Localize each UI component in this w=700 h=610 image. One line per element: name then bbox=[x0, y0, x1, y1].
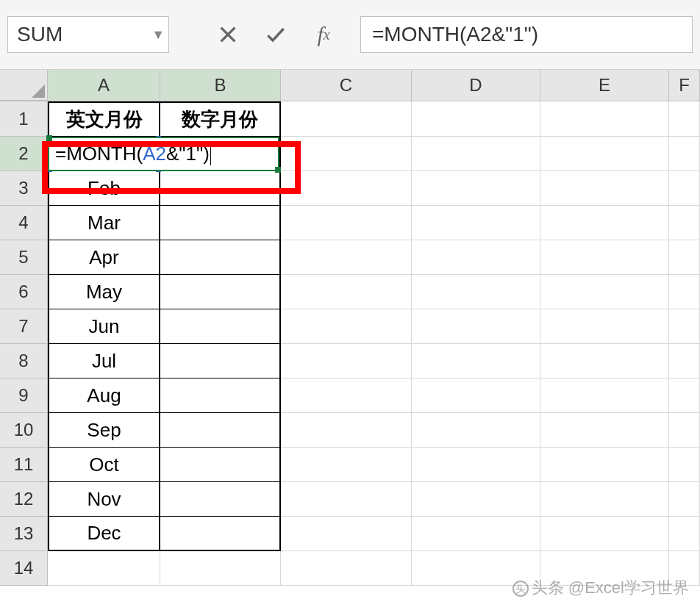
cell-a14[interactable] bbox=[48, 551, 160, 586]
cell-c7[interactable] bbox=[281, 309, 412, 344]
cell-c1[interactable] bbox=[281, 101, 412, 137]
cell-b4[interactable] bbox=[160, 206, 281, 240]
cell-b10[interactable] bbox=[160, 413, 281, 448]
cell-e7[interactable] bbox=[540, 309, 669, 344]
cell-d12[interactable] bbox=[412, 482, 540, 517]
cell-f13[interactable] bbox=[669, 517, 700, 551]
cell-d10[interactable] bbox=[412, 413, 540, 448]
name-box-dropdown-icon[interactable]: ▼ bbox=[151, 27, 165, 43]
cell-b8[interactable] bbox=[160, 344, 281, 378]
cell-f6[interactable] bbox=[669, 275, 700, 309]
cell-c8[interactable] bbox=[281, 344, 412, 378]
cell-d6[interactable] bbox=[412, 275, 540, 309]
enter-icon[interactable] bbox=[261, 20, 290, 49]
cell-b14[interactable] bbox=[160, 551, 281, 586]
cell-f8[interactable] bbox=[669, 344, 700, 378]
cell-b6[interactable] bbox=[160, 275, 281, 309]
cell-c11[interactable] bbox=[281, 448, 412, 482]
cell-a10[interactable]: Sep bbox=[48, 413, 160, 448]
cell-f4[interactable] bbox=[669, 206, 700, 240]
row-header-7[interactable]: 7 bbox=[0, 309, 48, 344]
cell-e2[interactable] bbox=[540, 137, 669, 171]
cell-f9[interactable] bbox=[669, 378, 700, 413]
cell-d7[interactable] bbox=[412, 309, 540, 344]
cell-f10[interactable] bbox=[669, 413, 700, 448]
cell-e11[interactable] bbox=[540, 448, 669, 482]
cell-d1[interactable] bbox=[412, 101, 540, 137]
cell-c10[interactable] bbox=[281, 413, 412, 448]
cell-c4[interactable] bbox=[281, 206, 412, 240]
cell-f5[interactable] bbox=[669, 240, 700, 275]
row-header-10[interactable]: 10 bbox=[0, 413, 48, 448]
column-header-e[interactable]: E bbox=[540, 70, 669, 101]
cell-b9[interactable] bbox=[160, 378, 281, 413]
cell-c2[interactable] bbox=[281, 137, 412, 171]
cell-a9[interactable]: Aug bbox=[48, 378, 160, 413]
cancel-icon[interactable] bbox=[213, 20, 243, 49]
row-header-9[interactable]: 9 bbox=[0, 378, 48, 413]
cell-d5[interactable] bbox=[412, 240, 540, 275]
cell-c14[interactable] bbox=[281, 551, 412, 586]
cell-d2[interactable] bbox=[412, 137, 540, 171]
column-header-f[interactable]: F bbox=[669, 70, 700, 101]
cell-f11[interactable] bbox=[669, 448, 700, 482]
cell-c12[interactable] bbox=[281, 482, 412, 517]
column-header-a[interactable]: A bbox=[48, 70, 160, 101]
cell-e1[interactable] bbox=[540, 101, 669, 137]
cell-b11[interactable] bbox=[160, 448, 281, 482]
cell-d13[interactable] bbox=[412, 517, 540, 551]
cell-c6[interactable] bbox=[281, 275, 412, 309]
column-header-c[interactable]: C bbox=[281, 70, 412, 101]
cell-b13[interactable] bbox=[160, 517, 281, 551]
cell-b7[interactable] bbox=[160, 309, 281, 344]
row-header-5[interactable]: 5 bbox=[0, 240, 48, 275]
cell-e4[interactable] bbox=[540, 206, 669, 240]
select-all-corner[interactable] bbox=[0, 70, 48, 101]
cell-f2[interactable] bbox=[669, 137, 700, 171]
row-header-3[interactable]: 3 bbox=[0, 171, 48, 206]
cell-d4[interactable] bbox=[412, 206, 540, 240]
column-header-b[interactable]: B bbox=[160, 70, 281, 101]
row-header-4[interactable]: 4 bbox=[0, 206, 48, 240]
cell-d8[interactable] bbox=[412, 344, 540, 378]
row-header-13[interactable]: 13 bbox=[0, 517, 48, 551]
cell-a13[interactable]: Dec bbox=[48, 517, 160, 551]
cell-a7[interactable]: Jun bbox=[48, 309, 160, 344]
cell-c3[interactable] bbox=[281, 171, 412, 206]
cell-d9[interactable] bbox=[412, 378, 540, 413]
cell-a1[interactable]: 英文月份 bbox=[48, 101, 160, 137]
cell-a4[interactable]: Mar bbox=[48, 206, 160, 240]
row-header-14[interactable]: 14 bbox=[0, 551, 48, 586]
row-header-1[interactable]: 1 bbox=[0, 101, 48, 137]
cell-e6[interactable] bbox=[540, 275, 669, 309]
row-header-12[interactable]: 12 bbox=[0, 482, 48, 517]
cell-e8[interactable] bbox=[540, 344, 669, 378]
cell-d11[interactable] bbox=[412, 448, 540, 482]
cell-b1[interactable]: 数字月份 bbox=[160, 101, 281, 137]
cell-a11[interactable]: Oct bbox=[48, 448, 160, 482]
name-box[interactable]: SUM ▼ bbox=[7, 16, 169, 53]
cell-e5[interactable] bbox=[540, 240, 669, 275]
fx-icon[interactable]: fx bbox=[309, 20, 338, 49]
cell-b12[interactable] bbox=[160, 482, 281, 517]
cell-c13[interactable] bbox=[281, 517, 412, 551]
cell-a5[interactable]: Apr bbox=[48, 240, 160, 275]
cell-a6[interactable]: May bbox=[48, 275, 160, 309]
row-header-8[interactable]: 8 bbox=[0, 344, 48, 378]
row-header-2[interactable]: 2 bbox=[0, 137, 48, 171]
cell-f7[interactable] bbox=[669, 309, 700, 344]
cell-d3[interactable] bbox=[412, 171, 540, 206]
cell-e12[interactable] bbox=[540, 482, 669, 517]
cell-c9[interactable] bbox=[281, 378, 412, 413]
cell-a8[interactable]: Jul bbox=[48, 344, 160, 378]
cell-e3[interactable] bbox=[540, 171, 669, 206]
cell-a3[interactable]: Feb bbox=[48, 171, 160, 206]
cell-e10[interactable] bbox=[540, 413, 669, 448]
cell-e13[interactable] bbox=[540, 517, 669, 551]
cell-e9[interactable] bbox=[540, 378, 669, 413]
cell-b5[interactable] bbox=[160, 240, 281, 275]
row-header-6[interactable]: 6 bbox=[0, 275, 48, 309]
cell-a12[interactable]: Nov bbox=[48, 482, 160, 517]
cell-f3[interactable] bbox=[669, 171, 700, 206]
formula-input[interactable]: =MONTH(A2&"1") bbox=[360, 16, 693, 53]
